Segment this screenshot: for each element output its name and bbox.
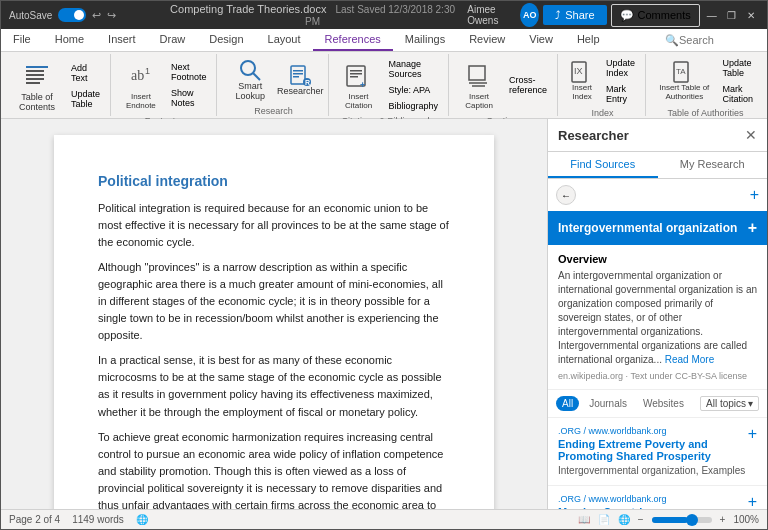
add-to-doc-button[interactable]: +	[750, 186, 759, 204]
zoom-slider[interactable]	[652, 517, 712, 523]
share-button[interactable]: ⤴ Share	[543, 5, 606, 25]
zoom-in-button[interactable]: +	[720, 514, 726, 525]
insert-citation-label: Insert Citation	[343, 92, 375, 110]
next-footnote-button[interactable]: Next Footnote	[167, 60, 211, 84]
last-saved: Last Saved 12/3/2018 2:30 PM	[305, 4, 455, 27]
autosave-toggle[interactable]	[58, 8, 86, 22]
result-header-add-button[interactable]: +	[748, 219, 757, 237]
result-1-content: .ORG / www.worldbank.org Ending Extreme …	[558, 426, 748, 477]
topics-dropdown[interactable]: All topics ▾	[700, 396, 759, 411]
filter-websites[interactable]: Websites	[637, 396, 690, 411]
update-index-button[interactable]: Update Index	[602, 56, 639, 80]
bibliography-label: Bibliography	[389, 101, 439, 111]
researcher-button[interactable]: R Researcher	[279, 61, 322, 99]
search-input[interactable]	[679, 34, 759, 46]
svg-text:1: 1	[145, 66, 150, 76]
insert-index-button[interactable]: IX Insert Index	[566, 58, 598, 104]
title-bar-center: Competing Trade Theories.docx Last Saved…	[164, 3, 462, 27]
manage-sources-button[interactable]: Manage Sources	[385, 57, 443, 81]
cross-reference-label: Cross-reference	[509, 75, 547, 95]
update-authorities-button[interactable]: Update Table	[718, 56, 757, 80]
update-table-button[interactable]: Update Table	[67, 87, 104, 111]
view-read-icon[interactable]: 📖	[578, 514, 590, 525]
undo-icon[interactable]: ↩	[92, 9, 101, 22]
filter-all[interactable]: All	[556, 396, 579, 411]
svg-text:+: +	[360, 80, 365, 90]
minimize-button[interactable]: —	[704, 7, 720, 23]
result-1-desc: Intergovernmental organization, Examples	[558, 464, 748, 477]
zoom-out-button[interactable]: −	[638, 514, 644, 525]
tab-references[interactable]: References	[313, 29, 393, 51]
cross-reference-button[interactable]: Cross-reference	[505, 73, 551, 97]
tab-mailings[interactable]: Mailings	[393, 29, 457, 51]
tab-help[interactable]: Help	[565, 29, 612, 51]
insert-caption-button[interactable]: Insert Caption	[457, 56, 501, 114]
research-items: Smart Lookup R Researcher	[225, 56, 321, 104]
svg-rect-10	[293, 70, 303, 72]
filter-journals[interactable]: Journals	[583, 396, 633, 411]
index-sub: Update Index Mark Entry	[602, 56, 639, 106]
index-items: IX Insert Index Update Index Mark Entry	[566, 56, 639, 106]
view-layout-icon[interactable]: 📄	[598, 514, 610, 525]
mark-citation-label: Mark Citation	[722, 84, 753, 104]
update-auth-label: Update Table	[722, 58, 753, 78]
tab-home[interactable]: Home	[43, 29, 96, 51]
ribbon-group-toc: Table of Contents Add Text Update Table …	[5, 54, 111, 116]
add-text-button[interactable]: Add Text	[67, 61, 104, 85]
restore-button[interactable]: ❐	[724, 7, 740, 23]
insert-endnote-button[interactable]: ab1 Insert Endnote	[119, 56, 163, 114]
researcher-panel: Researcher ✕ Find Sources My Research ← …	[547, 119, 767, 509]
tab-draw[interactable]: Draw	[148, 29, 198, 51]
ribbon-group-research: Smart Lookup R Researcher Research	[219, 54, 328, 116]
tab-review[interactable]: Review	[457, 29, 517, 51]
researcher-tab-find-sources[interactable]: Find Sources	[548, 152, 658, 178]
toc-icon	[21, 60, 53, 92]
title-bar-left: AutoSave ↩ ↪	[9, 8, 158, 22]
svg-rect-16	[350, 70, 362, 72]
insert-authorities-button[interactable]: TA Insert Table of Authorities	[654, 58, 714, 104]
update-index-label: Update Index	[606, 58, 635, 78]
share-icon: ⤴	[555, 9, 561, 21]
tab-view[interactable]: View	[517, 29, 565, 51]
ribbon: File Home Insert Draw Design Layout Refe…	[1, 29, 767, 119]
back-button[interactable]: ←	[556, 185, 576, 205]
smart-lookup-icon	[238, 58, 262, 82]
researcher-tabs: Find Sources My Research	[548, 152, 767, 179]
captions-items: Insert Caption Cross-reference	[457, 56, 551, 114]
result-2-add-button[interactable]: +	[748, 494, 757, 509]
mark-citation-button[interactable]: Mark Citation	[718, 82, 757, 106]
next-footnote-label: Next Footnote	[171, 62, 207, 82]
share-label: Share	[565, 9, 594, 21]
insert-index-icon: IX	[570, 60, 594, 84]
tab-layout[interactable]: Layout	[256, 29, 313, 51]
show-notes-button[interactable]: Show Notes	[167, 86, 211, 110]
tab-file[interactable]: File	[1, 29, 43, 51]
tab-insert[interactable]: Insert	[96, 29, 148, 51]
result-1-title[interactable]: Ending Extreme Poverty and Promoting Sha…	[558, 438, 748, 462]
smart-lookup-label: Smart Lookup	[229, 82, 271, 102]
result-1-add-button[interactable]: +	[748, 426, 757, 442]
redo-icon[interactable]: ↪	[107, 9, 116, 22]
style-button[interactable]: Style: APA	[385, 83, 443, 97]
tab-design[interactable]: Design	[197, 29, 255, 51]
insert-citation-button[interactable]: + Insert Citation	[337, 56, 381, 114]
comments-button[interactable]: 💬 Comments	[611, 4, 700, 27]
toc-button[interactable]: Table of Contents	[11, 56, 63, 116]
language-indicator: 🌐	[136, 514, 148, 525]
read-more-link[interactable]: Read More	[665, 354, 714, 365]
bibliography-button[interactable]: Bibliography	[385, 99, 443, 113]
index-group-label: Index	[592, 108, 614, 118]
topics-label: All topics	[706, 398, 746, 409]
view-web-icon[interactable]: 🌐	[618, 514, 630, 525]
researcher-close-button[interactable]: ✕	[745, 127, 757, 143]
researcher-tab-my-research[interactable]: My Research	[658, 152, 768, 178]
overview-section: Overview An intergovernmental organizati…	[548, 245, 767, 390]
authorities-group-label: Table of Authorities	[668, 108, 744, 118]
smart-lookup-button[interactable]: Smart Lookup	[225, 56, 275, 104]
close-button[interactable]: ✕	[743, 7, 759, 23]
para4: To achieve great economic harmonization …	[98, 429, 450, 509]
mark-entry-button[interactable]: Mark Entry	[602, 82, 639, 106]
svg-text:R: R	[305, 79, 310, 86]
ribbon-group-index: IX Insert Index Update Index Mark Entry …	[560, 54, 646, 116]
svg-rect-11	[293, 73, 303, 75]
